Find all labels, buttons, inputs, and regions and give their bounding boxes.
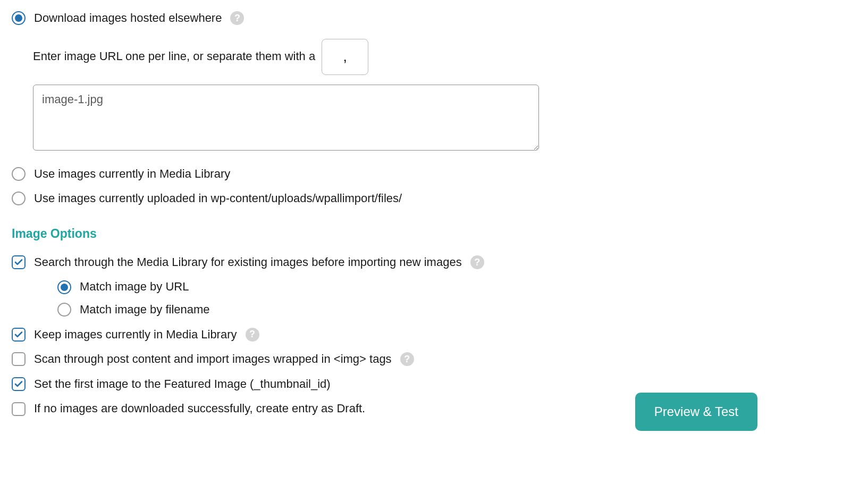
label-match-filename: Match image by filename xyxy=(80,302,210,318)
check-icon xyxy=(14,379,23,389)
help-icon[interactable]: ? xyxy=(470,255,484,269)
checkbox-set-featured[interactable] xyxy=(12,377,26,391)
preview-test-button[interactable]: Preview & Test xyxy=(635,393,757,431)
option-media-library: Use images currently in Media Library xyxy=(12,167,856,182)
image-options-heading: Image Options xyxy=(12,227,856,241)
label-scan-content: Scan through post content and import ima… xyxy=(34,352,392,367)
checkbox-scan-content[interactable] xyxy=(12,352,26,366)
checkbox-keep-images[interactable] xyxy=(12,328,26,342)
radio-match-url[interactable] xyxy=(57,280,71,294)
option-keep-images: Keep images currently in Media Library ? xyxy=(12,327,856,343)
radio-match-filename[interactable] xyxy=(57,303,71,317)
option-scan-content: Scan through post content and import ima… xyxy=(12,352,856,367)
label-search-media: Search through the Media Library for exi… xyxy=(34,255,462,270)
help-icon[interactable]: ? xyxy=(230,11,244,25)
image-url-textarea[interactable] xyxy=(33,85,539,151)
option-uploads-folder: Use images currently uploaded in wp-cont… xyxy=(12,191,856,206)
url-hint-row: Enter image URL one per line, or separat… xyxy=(33,39,856,75)
check-icon xyxy=(14,330,23,339)
label-draft-on-fail: If no images are downloaded successfully… xyxy=(34,401,365,417)
checkbox-draft-on-fail[interactable] xyxy=(12,402,26,416)
radio-uploads-folder[interactable] xyxy=(12,192,26,205)
help-icon[interactable]: ? xyxy=(400,352,414,366)
checkbox-search-media[interactable] xyxy=(12,255,26,269)
label-match-url: Match image by URL xyxy=(80,279,189,295)
option-search-media: Search through the Media Library for exi… xyxy=(12,255,856,270)
radio-media-library[interactable] xyxy=(12,167,26,181)
help-icon[interactable]: ? xyxy=(246,328,259,342)
option-download-elsewhere: Download images hosted elsewhere ? xyxy=(12,11,856,26)
label-media-library: Use images currently in Media Library xyxy=(34,167,230,182)
label-set-featured: Set the first image to the Featured Imag… xyxy=(34,377,331,392)
label-keep-images: Keep images currently in Media Library xyxy=(34,327,237,343)
separator-input[interactable] xyxy=(322,39,368,75)
option-match-filename: Match image by filename xyxy=(12,302,856,318)
radio-download-elsewhere[interactable] xyxy=(12,11,26,25)
option-set-featured: Set the first image to the Featured Imag… xyxy=(12,377,856,392)
url-hint-text: Enter image URL one per line, or separat… xyxy=(33,49,315,64)
label-download-elsewhere: Download images hosted elsewhere xyxy=(34,11,222,26)
label-uploads-folder: Use images currently uploaded in wp-cont… xyxy=(34,191,402,206)
check-icon xyxy=(14,257,23,267)
option-match-url: Match image by URL xyxy=(12,279,856,295)
